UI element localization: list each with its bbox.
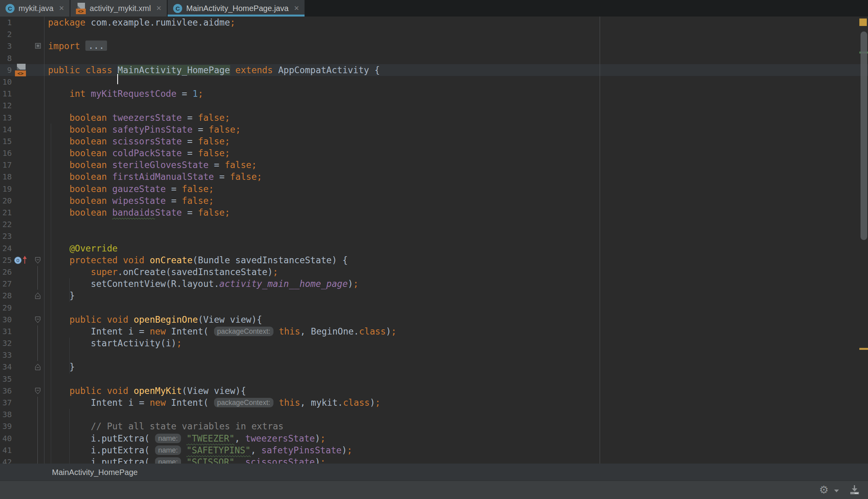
code-line-12[interactable]: 12	[0, 100, 868, 111]
fold-marker-icon[interactable]	[32, 385, 44, 397]
editor-tab-activity_mykit.xml[interactable]: <>activity_mykit.xml×	[70, 0, 167, 17]
code-line-31[interactable]: 31 Intent i = new Intent( packageContext…	[0, 325, 868, 337]
fold-marker-icon[interactable]	[32, 314, 44, 325]
fold-column	[32, 124, 44, 135]
code-line-19[interactable]: 19 boolean gauzeState = false;	[0, 183, 868, 195]
code-line-29[interactable]: 29	[0, 302, 868, 314]
code-line-8[interactable]: 8	[0, 52, 868, 64]
fold-column	[32, 230, 44, 242]
code-line-26[interactable]: 26 super.onCreate(savedInstanceState);	[0, 266, 868, 278]
code-line-21[interactable]: 21 boolean bandaidsState = false;	[0, 207, 868, 218]
code-line-32[interactable]: 32 startActivity(i);	[0, 337, 868, 349]
fold-column	[32, 112, 44, 124]
code-line-11[interactable]: 11 int myKitRequestCode = 1;	[0, 88, 868, 100]
close-icon[interactable]: ×	[59, 4, 64, 13]
fold-marker-icon[interactable]	[32, 290, 44, 301]
code-line-9[interactable]: 9<>public class MainActivity_HomePage ex…	[0, 64, 868, 76]
code-line-16[interactable]: 16 boolean coldPackState = false;	[0, 147, 868, 159]
fold-column	[32, 195, 44, 207]
code-text: super.onCreate(savedInstanceState);	[44, 266, 278, 278]
code-text: boolean tweezersState = false;	[44, 112, 230, 124]
code-line-39[interactable]: 39 // Put all state variables in extras	[0, 420, 868, 432]
code-text: // Put all state variables in extras	[44, 420, 284, 432]
code-text: import ...	[44, 40, 107, 52]
fold-column	[32, 218, 44, 230]
expand-fold-icon[interactable]	[32, 40, 44, 52]
code-line-40[interactable]: 40 i.putExtra( name: "TWEEZER", tweezers…	[0, 432, 868, 444]
breadcrumb-item[interactable]: MainActivity_HomePage	[52, 464, 138, 481]
overriding-method-icon[interactable]: o	[14, 256, 30, 264]
line-number: 30	[0, 314, 12, 325]
close-icon[interactable]: ×	[156, 4, 161, 13]
code-line-13[interactable]: 13 boolean tweezersState = false;	[0, 112, 868, 124]
code-line-15[interactable]: 15 boolean scissorsState = false;	[0, 135, 868, 147]
code-line-36[interactable]: 36 public void openMyKit(View view){	[0, 385, 868, 397]
line-number: 41	[0, 444, 12, 456]
fold-marker-icon[interactable]	[32, 254, 44, 266]
code-line-3[interactable]: 3import ...	[0, 40, 868, 52]
code-text: boolean wipesState = false;	[44, 195, 214, 207]
code-text: }	[44, 290, 75, 301]
code-line-34[interactable]: 34 }	[0, 361, 868, 373]
code-line-2[interactable]: 2	[0, 28, 868, 40]
code-line-14[interactable]: 14 boolean safetyPinsState = false;	[0, 124, 868, 135]
code-line-25[interactable]: 25o protected void onCreate(Bundle saved…	[0, 254, 868, 266]
code-line-10[interactable]: 10	[0, 76, 868, 88]
scrollbar-thumb[interactable]	[861, 31, 867, 240]
fold-column	[32, 444, 44, 456]
line-number: 8	[0, 52, 12, 64]
code-text: setContentView(R.layout.activity_main__h…	[44, 278, 358, 290]
fold-column	[32, 171, 44, 183]
fold-column	[32, 159, 44, 171]
code-line-17[interactable]: 17 boolean sterileGlovesState = false;	[0, 159, 868, 171]
line-number: 21	[0, 207, 12, 218]
code-line-24[interactable]: 24 @Override	[0, 242, 868, 254]
error-stripe	[859, 17, 868, 464]
gear-icon[interactable]: ⚙	[819, 485, 829, 495]
fold-column	[32, 397, 44, 408]
code-line-28[interactable]: 28 }	[0, 290, 868, 301]
code-line-23[interactable]: 23	[0, 230, 868, 242]
indent-guide	[69, 278, 70, 302]
warning-stripe-mark[interactable]	[859, 348, 868, 350]
code-line-18[interactable]: 18 boolean firstAidManualState = false;	[0, 171, 868, 183]
code-line-37[interactable]: 37 Intent i = new Intent( packageContext…	[0, 397, 868, 408]
code-editor[interactable]: 1package com.example.rumivlee.aidme;23im…	[0, 17, 868, 464]
code-line-35[interactable]: 35	[0, 373, 868, 385]
gutter-separator	[44, 17, 44, 464]
code-line-41[interactable]: 41 i.putExtra( name: "SAFETYPINS", safet…	[0, 444, 868, 456]
close-icon[interactable]: ×	[294, 4, 299, 13]
code-text	[44, 373, 48, 385]
code-line-42[interactable]: 42 i.putExtra( name: "SCISSOR", scissors…	[0, 456, 868, 464]
code-line-22[interactable]: 22	[0, 218, 868, 230]
code-line-30[interactable]: 30 public void openBeginOne(View view){	[0, 314, 868, 325]
line-number: 11	[0, 88, 12, 100]
fold-marker-icon[interactable]	[32, 361, 44, 373]
related-layout-icon[interactable]: <>	[15, 64, 27, 76]
line-number: 25	[0, 254, 12, 266]
line-number: 33	[0, 349, 12, 361]
code-line-1[interactable]: 1package com.example.rumivlee.aidme;	[0, 17, 868, 28]
line-number: 38	[0, 408, 12, 420]
fold-column	[32, 147, 44, 159]
line-number: 24	[0, 242, 12, 254]
line-number: 23	[0, 230, 12, 242]
line-number: 22	[0, 218, 12, 230]
code-line-27[interactable]: 27 setContentView(R.layout.activity_main…	[0, 278, 868, 290]
code-text: boolean bandaidsState = false;	[44, 207, 230, 218]
editor-tab-MainActivity_HomePage.java[interactable]: CMainActivity_HomePage.java×	[168, 0, 305, 17]
editor-tab-mykit.java[interactable]: Cmykit.java×	[0, 0, 70, 17]
download-icon[interactable]	[850, 485, 859, 495]
indent-guide	[69, 338, 70, 373]
code-line-38[interactable]: 38	[0, 408, 868, 420]
line-number: 12	[0, 100, 12, 111]
code-text: public void openBeginOne(View view){	[44, 314, 262, 325]
dropdown-arrow-icon[interactable]	[834, 490, 839, 492]
code-line-20[interactable]: 20 boolean wipesState = false;	[0, 195, 868, 207]
line-number: 37	[0, 397, 12, 408]
inspection-indicator-icon[interactable]	[859, 18, 867, 26]
fold-column	[32, 432, 44, 444]
line-number: 3	[0, 40, 12, 52]
line-number: 35	[0, 373, 12, 385]
code-line-33[interactable]: 33	[0, 349, 868, 361]
